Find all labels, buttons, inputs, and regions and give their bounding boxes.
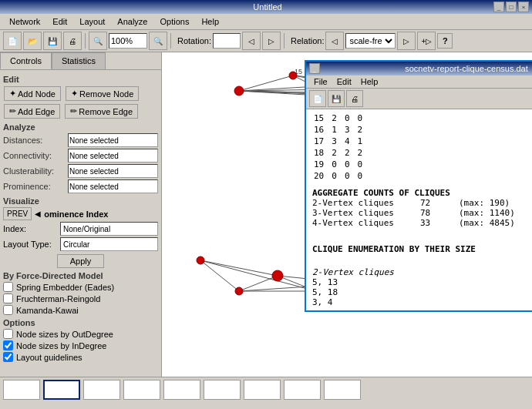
thumbnail-0[interactable] bbox=[3, 380, 40, 400]
rotate-left-button[interactable]: ◁ bbox=[242, 32, 261, 50]
analyze-value-2[interactable]: None selected bbox=[68, 164, 158, 178]
options-list: Node sizes by OutDegreeNode sizes by InD… bbox=[3, 329, 158, 362]
sub-menu-help[interactable]: Help bbox=[356, 76, 383, 87]
menu-help[interactable]: Help bbox=[195, 15, 225, 28]
enum-item-1: 5, 18 bbox=[312, 287, 532, 297]
table-row-0: 15200 bbox=[312, 112, 369, 124]
add-edge-button[interactable]: ✏ Add Edge bbox=[4, 104, 60, 119]
clique-row-2: 4-Vertex cliques33(max: 4845) bbox=[312, 218, 532, 228]
thumbnail-4[interactable] bbox=[163, 380, 200, 400]
force-checkbox-0[interactable] bbox=[3, 282, 13, 292]
thumbnail-5[interactable] bbox=[204, 380, 241, 400]
analyze-value-0[interactable]: None selected bbox=[68, 133, 158, 147]
node-12[interactable] bbox=[235, 287, 243, 295]
clique-count-2: 33 bbox=[420, 218, 443, 228]
menu-network[interactable]: Network bbox=[3, 15, 46, 28]
thumbnail-bar bbox=[0, 377, 532, 401]
sub-toolbar-btn2[interactable]: 💾 bbox=[328, 90, 345, 107]
zoom-input[interactable]: 100% bbox=[109, 33, 147, 49]
relation-next-button[interactable]: ▷ bbox=[397, 32, 416, 50]
analyze-row-2: Clusterability:None selected bbox=[3, 164, 158, 178]
sub-toolbar-btn1[interactable]: 📄 bbox=[309, 90, 326, 107]
option-label-2: Layout guidelines bbox=[16, 353, 82, 362]
svg-text:15: 15 bbox=[295, 68, 302, 75]
sub-minimize[interactable]: _ bbox=[309, 63, 320, 74]
index-value: None/Original bbox=[60, 222, 158, 236]
sub-toolbar-btn3[interactable]: 🖨 bbox=[346, 90, 363, 107]
thumbnail-6[interactable] bbox=[244, 380, 281, 400]
relation-label: Relation: bbox=[291, 36, 324, 45]
title-buttons[interactable]: _ □ × bbox=[493, 2, 529, 12]
help-button[interactable]: ? bbox=[437, 33, 453, 49]
sub-menu-bar: File Edit Help bbox=[306, 75, 532, 89]
relation-prev-button[interactable]: ◁ bbox=[325, 32, 344, 50]
sub-content[interactable]: 152001613217341182221900020000 AGGREGATE… bbox=[306, 109, 532, 310]
print-button[interactable]: 🖨 bbox=[63, 32, 82, 50]
analyze-value-1[interactable]: None selected bbox=[68, 149, 158, 163]
tab-controls[interactable]: Controls bbox=[0, 52, 52, 69]
tab-statistics[interactable]: Statistics bbox=[52, 52, 106, 69]
zoom-in-button[interactable]: 🔍 bbox=[149, 32, 167, 50]
menu-analyze[interactable]: Analyze bbox=[111, 15, 153, 28]
cell-5-1: 0 bbox=[330, 170, 343, 182]
option-checkbox-1[interactable] bbox=[3, 340, 13, 350]
node-13[interactable] bbox=[272, 270, 283, 281]
remove-edge-button[interactable]: ✏ Remove Edge bbox=[65, 104, 138, 119]
relation-select[interactable]: scale-fre bbox=[345, 33, 396, 49]
close-button[interactable]: × bbox=[518, 2, 529, 12]
prev-row: PREV ◀ ominence Index bbox=[3, 207, 158, 220]
canvas-area: 15 10 17 14 18 20 5 8 4 _ socnetv-report… bbox=[162, 52, 532, 377]
new-button[interactable]: 📄 bbox=[3, 32, 22, 50]
add-node-button[interactable]: ✦ Add Node bbox=[4, 86, 61, 101]
force-checkbox-1[interactable] bbox=[3, 293, 13, 303]
tabs: Controls Statistics bbox=[0, 52, 161, 70]
menu-options[interactable]: Options bbox=[153, 15, 195, 28]
app-title: Untitled bbox=[42, 2, 493, 12]
relation-add-button[interactable]: +▷ bbox=[417, 32, 436, 50]
remove-node-button[interactable]: ✦ Remove Node bbox=[66, 86, 139, 101]
layout-type-label: Layout Type: bbox=[3, 240, 57, 249]
prev-button[interactable]: PREV bbox=[3, 207, 32, 220]
sub-menu-edit[interactable]: Edit bbox=[332, 76, 356, 87]
open-button[interactable]: 📂 bbox=[23, 32, 42, 50]
sub-menu-file[interactable]: File bbox=[309, 76, 332, 87]
force-checkbox-2[interactable] bbox=[3, 305, 13, 315]
thumbnail-2[interactable] bbox=[83, 380, 120, 400]
clique-label-2: 4-Vertex cliques bbox=[312, 218, 405, 228]
analyze-label-0: Distances: bbox=[3, 136, 65, 145]
node-1[interactable] bbox=[234, 86, 244, 96]
cliques-list: 2-Vertex cliques72(max: 190)3-Vertex cli… bbox=[312, 198, 532, 228]
rotation-input[interactable]: 0 bbox=[213, 33, 241, 49]
cell-3-3: 2 bbox=[356, 147, 369, 159]
cell-1-2: 3 bbox=[343, 124, 356, 136]
save-button[interactable]: 💾 bbox=[43, 32, 62, 50]
clique-count-0: 72 bbox=[420, 198, 443, 208]
apply-button[interactable]: Apply bbox=[57, 254, 105, 268]
analyze-row-0: Distances:None selected bbox=[3, 133, 158, 147]
node-11[interactable] bbox=[197, 256, 204, 264]
cell-4-2: 0 bbox=[343, 159, 356, 170]
thumbnail-1[interactable] bbox=[43, 380, 80, 400]
minimize-button[interactable]: _ bbox=[493, 2, 504, 12]
thumbnail-8[interactable] bbox=[324, 380, 361, 400]
force-section-label: By Force-Directed Model bbox=[3, 271, 158, 280]
sub-window-title: socnetv-report-clique-census.dat bbox=[325, 64, 532, 73]
rotate-right-button[interactable]: ▷ bbox=[262, 32, 281, 50]
aggregate-section: AGGREGATE COUNTS OF CLIQUES 2-Vertex cli… bbox=[312, 188, 532, 228]
zoom-out-button[interactable]: 🔍 bbox=[89, 32, 107, 50]
analyze-value-3[interactable]: None selected bbox=[68, 179, 158, 193]
maximize-button[interactable]: □ bbox=[506, 2, 517, 12]
remove-edge-icon: ✏ bbox=[70, 106, 77, 116]
thumbnail-7[interactable] bbox=[284, 380, 321, 400]
thumbnail-3[interactable] bbox=[123, 380, 160, 400]
option-checkbox-2[interactable] bbox=[3, 352, 13, 362]
menu-layout[interactable]: Layout bbox=[73, 15, 111, 28]
clique-label-0: 2-Vertex cliques bbox=[312, 198, 405, 208]
option-label-1: Node sizes by InDegree bbox=[16, 341, 106, 350]
index-row: Index: None/Original bbox=[3, 222, 158, 236]
chevron-icon: ◀ bbox=[35, 210, 41, 218]
option-checkbox-0[interactable] bbox=[3, 329, 13, 339]
menu-edit[interactable]: Edit bbox=[46, 15, 73, 28]
force-option-0: Spring Embedder (Eades) bbox=[3, 282, 158, 292]
sub-title-bar[interactable]: _ socnetv-report-clique-census.dat □ × bbox=[306, 62, 532, 75]
